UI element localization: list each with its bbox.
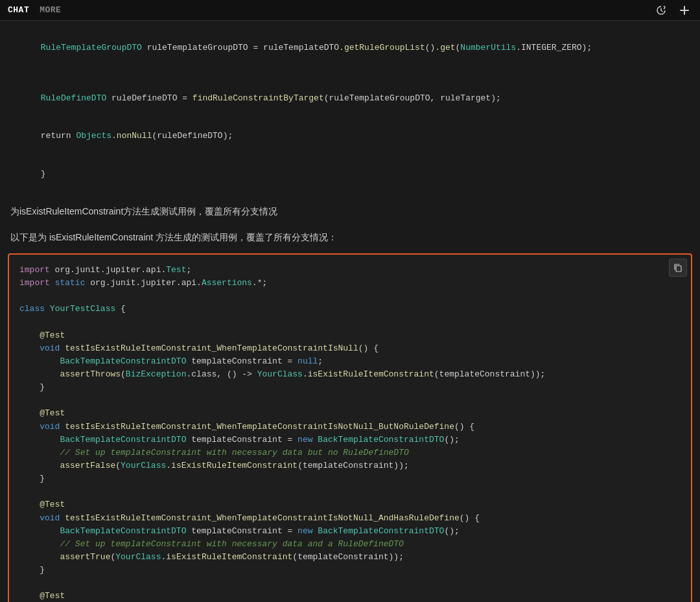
pre-code-line-4: return Objects.nonNull(ruleDefineDTO);	[10, 117, 690, 156]
pre-code-line-5: }	[10, 155, 690, 193]
pre-code-line-3: RuleDefineDTO ruleDefineDTO = findRuleCo…	[10, 79, 690, 117]
user-message: 为isExistRuleItemConstraint方法生成测试用例，覆盖所有分…	[0, 198, 700, 225]
main-content: RuleTemplateGroupDTO ruleTemplateGroupDT…	[0, 21, 700, 602]
nav-actions	[653, 3, 692, 18]
history-button[interactable]	[653, 3, 669, 18]
pre-code-section: RuleTemplateGroupDTO ruleTemplateGroupDT…	[0, 21, 700, 198]
more-tab[interactable]: MORE	[40, 3, 61, 17]
top-nav: CHAT MORE	[0, 0, 700, 21]
pre-code-line-2	[10, 67, 690, 80]
ai-response-text: 以下是为 isExistRuleItemConstraint 方法生成的测试用例…	[0, 225, 700, 251]
svg-rect-2	[676, 266, 681, 272]
chat-tab[interactable]: CHAT	[8, 3, 29, 17]
ai-response-content: 以下是为 isExistRuleItemConstraint 方法生成的测试用例…	[10, 232, 337, 242]
pre-code-line-1: RuleTemplateGroupDTO ruleTemplateGroupDT…	[10, 29, 690, 67]
add-button[interactable]	[677, 3, 692, 18]
nav-tabs: CHAT MORE	[8, 3, 61, 17]
copy-button[interactable]	[669, 259, 687, 277]
code-block: import org.junit.jupiter.api.Test; impor…	[9, 255, 691, 602]
code-block-wrapper: import org.junit.jupiter.api.Test; impor…	[8, 253, 692, 602]
user-message-text: 为isExistRuleItemConstraint方法生成测试用例，覆盖所有分…	[10, 206, 277, 216]
